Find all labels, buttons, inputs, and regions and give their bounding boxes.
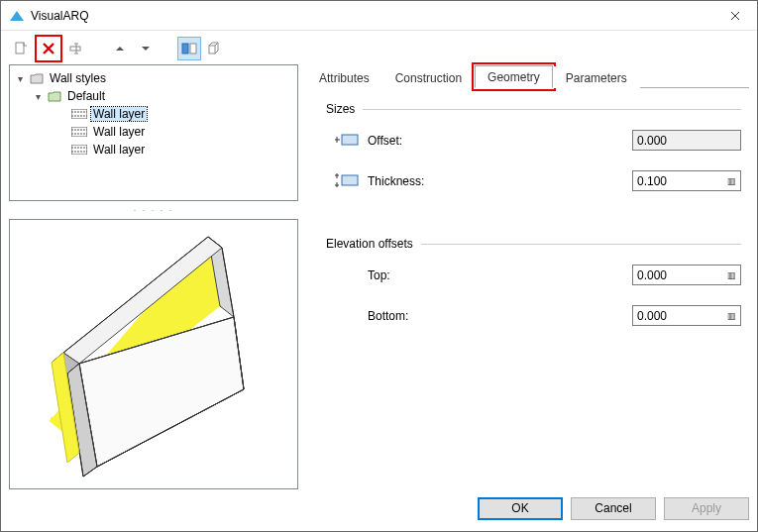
apply-button: Apply bbox=[664, 497, 749, 520]
layer-icon bbox=[71, 145, 87, 155]
move-up-button[interactable] bbox=[108, 37, 132, 60]
rename-button[interactable] bbox=[64, 37, 88, 60]
thickness-label: Thickness: bbox=[368, 174, 487, 188]
svg-rect-4 bbox=[209, 46, 215, 53]
thickness-icon bbox=[334, 171, 360, 191]
tab-attributes[interactable]: Attributes bbox=[306, 66, 382, 88]
svg-rect-0 bbox=[16, 43, 24, 53]
svg-rect-2 bbox=[182, 44, 188, 53]
bottom-value: 0.000 bbox=[637, 309, 667, 323]
tree-item-layer[interactable]: · Wall layer bbox=[12, 105, 295, 123]
tree-item-default[interactable]: ▾ Default bbox=[12, 87, 295, 105]
tree-item-layer[interactable]: · Wall layer bbox=[12, 123, 295, 141]
wall-preview-icon bbox=[20, 223, 287, 485]
offset-label: Offset: bbox=[368, 134, 487, 148]
svg-rect-7 bbox=[71, 145, 87, 155]
tab-construction[interactable]: Construction bbox=[382, 66, 475, 88]
splitter-handle[interactable]: · · · · · bbox=[9, 207, 298, 213]
delete-icon bbox=[41, 41, 56, 56]
layer-icon bbox=[71, 109, 87, 119]
tree-label: Wall layer bbox=[91, 143, 147, 157]
new-button[interactable] bbox=[9, 37, 33, 60]
move-down-button[interactable] bbox=[134, 37, 158, 60]
ruler-icon: ▥ bbox=[727, 176, 736, 186]
tab-geometry[interactable]: Geometry bbox=[475, 65, 553, 88]
toolbar bbox=[9, 35, 749, 64]
window-title: VisualARQ bbox=[31, 9, 88, 23]
twisty-icon[interactable]: ▾ bbox=[14, 73, 26, 84]
new-icon bbox=[13, 41, 29, 56]
cancel-button[interactable]: Cancel bbox=[571, 497, 656, 520]
tree-label: Default bbox=[65, 89, 107, 103]
folder-icon bbox=[30, 72, 44, 84]
tree-label: Wall layer bbox=[91, 125, 147, 139]
tree-root-label: Wall styles bbox=[48, 71, 108, 85]
style-tree[interactable]: ▾ Wall styles ▾ Default · bbox=[9, 64, 298, 201]
folder-icon bbox=[48, 90, 61, 102]
tab-content-geometry: Sizes Offset: 0.000 bbox=[306, 88, 749, 354]
ruler-icon: ▥ bbox=[727, 270, 736, 280]
offset-input[interactable]: 0.000 bbox=[632, 130, 741, 151]
rename-icon bbox=[68, 41, 84, 56]
group-elevation-title: Elevation offsets bbox=[326, 237, 413, 251]
view-toggle-a-button[interactable] bbox=[177, 37, 201, 60]
svg-rect-5 bbox=[71, 109, 87, 119]
thickness-input[interactable]: 0.100 ▥ bbox=[632, 170, 741, 191]
bottom-input[interactable]: 0.000 ▥ bbox=[632, 305, 741, 326]
top-input[interactable]: 0.000 ▥ bbox=[632, 265, 741, 285]
dialog-window: VisualARQ bbox=[0, 0, 758, 532]
delete-button[interactable] bbox=[37, 37, 60, 60]
ok-button[interactable]: OK bbox=[478, 497, 563, 520]
titlebar: VisualARQ bbox=[1, 1, 757, 31]
delete-highlight-box bbox=[35, 35, 62, 62]
tab-parameters[interactable]: Parameters bbox=[553, 66, 640, 88]
top-label: Top: bbox=[368, 268, 487, 282]
tabs: Attributes Construction Geometry Paramet… bbox=[306, 64, 749, 88]
twisty-icon[interactable]: ▾ bbox=[32, 91, 44, 102]
app-icon bbox=[9, 9, 25, 23]
group-sizes-title: Sizes bbox=[326, 102, 355, 116]
layer-icon bbox=[71, 127, 87, 137]
tree-item-layer[interactable]: · Wall layer bbox=[12, 141, 295, 159]
view-toggle-b-icon bbox=[207, 42, 223, 55]
window-close-button[interactable] bbox=[712, 1, 757, 31]
close-icon bbox=[730, 11, 740, 21]
button-bar: OK Cancel Apply bbox=[9, 493, 749, 523]
svg-rect-1 bbox=[70, 47, 80, 51]
ruler-icon: ▥ bbox=[727, 311, 736, 321]
svg-rect-26 bbox=[342, 135, 358, 145]
bottom-label: Bottom: bbox=[368, 309, 487, 323]
view-toggle-b-button[interactable] bbox=[203, 37, 227, 60]
thickness-value: 0.100 bbox=[637, 174, 667, 188]
svg-rect-3 bbox=[190, 44, 196, 53]
svg-rect-27 bbox=[342, 175, 358, 185]
tree-root-row[interactable]: ▾ Wall styles bbox=[12, 69, 295, 87]
arrow-up-icon bbox=[114, 43, 126, 54]
top-value: 0.000 bbox=[637, 268, 667, 282]
arrow-down-icon bbox=[140, 43, 152, 54]
tree-label: Wall layer bbox=[91, 107, 147, 121]
offset-value: 0.000 bbox=[637, 134, 667, 148]
view-toggle-a-icon bbox=[181, 42, 197, 55]
preview-viewport[interactable] bbox=[9, 219, 298, 489]
svg-rect-6 bbox=[71, 127, 87, 137]
offset-icon bbox=[334, 132, 360, 150]
